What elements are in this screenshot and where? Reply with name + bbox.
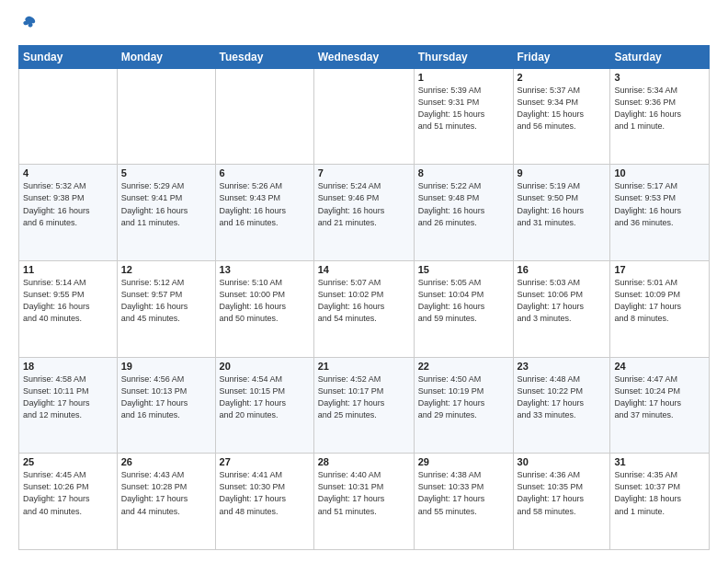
page: SundayMondayTuesdayWednesdayThursdayFrid… xyxy=(0,0,728,563)
weekday-header-wednesday: Wednesday xyxy=(313,45,414,68)
weekday-header-row: SundayMondayTuesdayWednesdayThursdayFrid… xyxy=(19,45,710,68)
week-row-5: 25Sunrise: 4:45 AMSunset: 10:26 PMDaylig… xyxy=(19,454,710,550)
day-number: 5 xyxy=(121,167,211,178)
day-info: Sunrise: 5:26 AMSunset: 9:43 PMDaylight:… xyxy=(220,180,310,228)
day-info: Sunrise: 4:58 AMSunset: 10:11 PMDaylight… xyxy=(23,373,113,421)
day-info: Sunrise: 4:38 AMSunset: 10:33 PMDaylight… xyxy=(418,469,509,517)
calendar-cell: 6Sunrise: 5:26 AMSunset: 9:43 PMDaylight… xyxy=(215,165,313,261)
calendar-cell: 20Sunrise: 4:54 AMSunset: 10:15 PMDaylig… xyxy=(215,357,313,454)
day-number: 22 xyxy=(418,361,509,372)
calendar-cell: 11Sunrise: 5:14 AMSunset: 9:55 PMDayligh… xyxy=(19,261,118,358)
calendar-cell: 13Sunrise: 5:10 AMSunset: 10:00 PMDaylig… xyxy=(215,261,313,358)
day-info: Sunrise: 5:14 AMSunset: 9:55 PMDaylight:… xyxy=(23,277,113,325)
day-number: 26 xyxy=(121,456,211,467)
calendar-cell: 28Sunrise: 4:40 AMSunset: 10:31 PMDaylig… xyxy=(313,454,414,550)
day-info: Sunrise: 5:32 AMSunset: 9:38 PMDaylight:… xyxy=(23,180,113,228)
day-info: Sunrise: 5:12 AMSunset: 9:57 PMDaylight:… xyxy=(121,277,211,325)
day-info: Sunrise: 5:05 AMSunset: 10:04 PMDaylight… xyxy=(418,277,509,325)
logo-bird-icon xyxy=(20,15,37,31)
day-number: 19 xyxy=(121,361,211,372)
day-number: 29 xyxy=(418,456,509,467)
day-info: Sunrise: 5:34 AMSunset: 9:36 PMDaylight:… xyxy=(614,85,705,132)
day-number: 10 xyxy=(614,167,705,178)
calendar-cell: 2Sunrise: 5:37 AMSunset: 9:34 PMDaylight… xyxy=(513,68,610,165)
weekday-header-monday: Monday xyxy=(117,45,215,68)
calendar-cell: 8Sunrise: 5:22 AMSunset: 9:48 PMDaylight… xyxy=(414,165,513,261)
day-info: Sunrise: 5:22 AMSunset: 9:48 PMDaylight:… xyxy=(418,180,509,228)
calendar-cell: 17Sunrise: 5:01 AMSunset: 10:09 PMDaylig… xyxy=(610,261,710,358)
day-number: 18 xyxy=(23,361,113,372)
header xyxy=(18,17,710,36)
day-info: Sunrise: 4:54 AMSunset: 10:15 PMDaylight… xyxy=(220,373,310,421)
calendar-cell: 12Sunrise: 5:12 AMSunset: 9:57 PMDayligh… xyxy=(117,261,215,358)
calendar-cell xyxy=(215,68,313,165)
calendar-cell: 23Sunrise: 4:48 AMSunset: 10:22 PMDaylig… xyxy=(513,357,610,454)
day-info: Sunrise: 5:39 AMSunset: 9:31 PMDaylight:… xyxy=(418,85,509,132)
day-number: 31 xyxy=(614,456,705,467)
calendar-cell: 31Sunrise: 4:35 AMSunset: 10:37 PMDaylig… xyxy=(610,454,710,550)
calendar-cell: 19Sunrise: 4:56 AMSunset: 10:13 PMDaylig… xyxy=(117,357,215,454)
day-info: Sunrise: 5:24 AMSunset: 9:46 PMDaylight:… xyxy=(318,180,410,228)
day-number: 24 xyxy=(614,361,705,372)
calendar-cell: 21Sunrise: 4:52 AMSunset: 10:17 PMDaylig… xyxy=(313,357,414,454)
day-info: Sunrise: 4:43 AMSunset: 10:28 PMDaylight… xyxy=(121,469,211,517)
calendar-cell xyxy=(117,68,215,165)
calendar-cell: 9Sunrise: 5:19 AMSunset: 9:50 PMDaylight… xyxy=(513,165,610,261)
day-info: Sunrise: 5:03 AMSunset: 10:06 PMDaylight… xyxy=(518,277,607,325)
day-number: 11 xyxy=(23,264,113,275)
day-info: Sunrise: 5:17 AMSunset: 9:53 PMDaylight:… xyxy=(614,180,705,228)
calendar-cell: 14Sunrise: 5:07 AMSunset: 10:02 PMDaylig… xyxy=(313,261,414,358)
day-number: 3 xyxy=(614,72,705,83)
calendar-cell: 16Sunrise: 5:03 AMSunset: 10:06 PMDaylig… xyxy=(513,261,610,358)
day-number: 28 xyxy=(318,456,410,467)
day-info: Sunrise: 5:37 AMSunset: 9:34 PMDaylight:… xyxy=(518,85,607,132)
calendar-cell: 30Sunrise: 4:36 AMSunset: 10:35 PMDaylig… xyxy=(513,454,610,550)
day-info: Sunrise: 5:10 AMSunset: 10:00 PMDaylight… xyxy=(220,277,310,325)
day-number: 20 xyxy=(220,361,310,372)
day-number: 2 xyxy=(518,72,607,83)
calendar-cell: 15Sunrise: 5:05 AMSunset: 10:04 PMDaylig… xyxy=(414,261,513,358)
weekday-header-saturday: Saturday xyxy=(610,45,710,68)
day-number: 30 xyxy=(518,456,607,467)
day-info: Sunrise: 5:29 AMSunset: 9:41 PMDaylight:… xyxy=(121,180,211,228)
week-row-1: 1Sunrise: 5:39 AMSunset: 9:31 PMDaylight… xyxy=(19,68,710,165)
calendar-cell: 4Sunrise: 5:32 AMSunset: 9:38 PMDaylight… xyxy=(19,165,118,261)
day-number: 27 xyxy=(220,456,310,467)
day-number: 25 xyxy=(23,456,113,467)
day-info: Sunrise: 4:56 AMSunset: 10:13 PMDaylight… xyxy=(121,373,211,421)
logo xyxy=(18,17,37,36)
day-number: 6 xyxy=(220,167,310,178)
day-number: 9 xyxy=(518,167,607,178)
day-number: 8 xyxy=(418,167,509,178)
weekday-header-friday: Friday xyxy=(513,45,610,68)
day-number: 1 xyxy=(418,72,509,83)
calendar-cell: 3Sunrise: 5:34 AMSunset: 9:36 PMDaylight… xyxy=(610,68,710,165)
calendar-cell xyxy=(313,68,414,165)
day-number: 21 xyxy=(318,361,410,372)
calendar-cell xyxy=(19,68,118,165)
weekday-header-sunday: Sunday xyxy=(19,45,118,68)
day-number: 16 xyxy=(518,264,607,275)
day-info: Sunrise: 4:48 AMSunset: 10:22 PMDaylight… xyxy=(518,373,607,421)
calendar-cell: 29Sunrise: 4:38 AMSunset: 10:33 PMDaylig… xyxy=(414,454,513,550)
day-info: Sunrise: 4:36 AMSunset: 10:35 PMDaylight… xyxy=(518,469,607,517)
week-row-4: 18Sunrise: 4:58 AMSunset: 10:11 PMDaylig… xyxy=(19,357,710,454)
day-info: Sunrise: 4:52 AMSunset: 10:17 PMDaylight… xyxy=(318,373,410,421)
day-number: 7 xyxy=(318,167,410,178)
day-number: 17 xyxy=(614,264,705,275)
calendar-cell: 1Sunrise: 5:39 AMSunset: 9:31 PMDaylight… xyxy=(414,68,513,165)
day-info: Sunrise: 5:07 AMSunset: 10:02 PMDaylight… xyxy=(318,277,410,325)
day-info: Sunrise: 4:41 AMSunset: 10:30 PMDaylight… xyxy=(220,469,310,517)
calendar-cell: 22Sunrise: 4:50 AMSunset: 10:19 PMDaylig… xyxy=(414,357,513,454)
weekday-header-tuesday: Tuesday xyxy=(215,45,313,68)
day-number: 23 xyxy=(518,361,607,372)
day-info: Sunrise: 4:45 AMSunset: 10:26 PMDaylight… xyxy=(23,469,113,517)
day-info: Sunrise: 4:35 AMSunset: 10:37 PMDaylight… xyxy=(614,469,705,517)
day-number: 13 xyxy=(220,264,310,275)
week-row-3: 11Sunrise: 5:14 AMSunset: 9:55 PMDayligh… xyxy=(19,261,710,358)
calendar-cell: 18Sunrise: 4:58 AMSunset: 10:11 PMDaylig… xyxy=(19,357,118,454)
day-info: Sunrise: 5:01 AMSunset: 10:09 PMDaylight… xyxy=(614,277,705,325)
day-info: Sunrise: 4:50 AMSunset: 10:19 PMDaylight… xyxy=(418,373,509,421)
calendar-cell: 25Sunrise: 4:45 AMSunset: 10:26 PMDaylig… xyxy=(19,454,118,550)
day-info: Sunrise: 5:19 AMSunset: 9:50 PMDaylight:… xyxy=(518,180,607,228)
